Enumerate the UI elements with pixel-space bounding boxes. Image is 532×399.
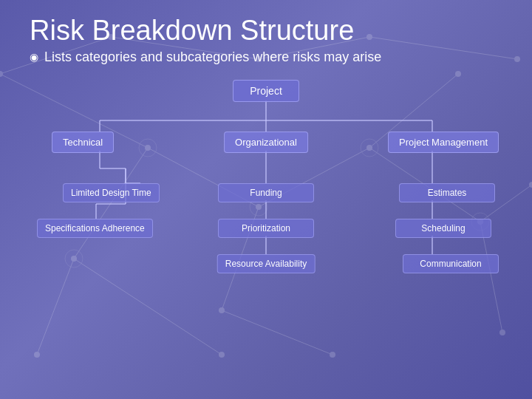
node-scheduling: Scheduling	[395, 219, 491, 238]
svg-point-24	[34, 352, 40, 358]
node-project-management: Project Management	[388, 132, 499, 153]
page-title: Risk Breakdown Structure	[30, 15, 510, 47]
node-project: Project	[233, 80, 299, 102]
node-estimates: Estimates	[399, 183, 495, 202]
svg-point-19	[219, 352, 225, 358]
node-organizational: Organizational	[224, 132, 308, 153]
page-content: Risk Breakdown Structure ◉ Lists categor…	[0, 0, 532, 316]
tree-diagram: Project Technical Organizational Project…	[22, 80, 510, 309]
svg-point-26	[330, 352, 335, 358]
node-limited-design-time: Limited Design Time	[63, 183, 160, 202]
node-communication: Communication	[403, 254, 499, 273]
svg-point-27	[499, 330, 505, 335]
node-technical: Technical	[52, 132, 114, 153]
subtitle: ◉ Lists categories and subcategories whe…	[30, 50, 510, 65]
node-funding: Funding	[218, 183, 314, 202]
bullet-icon: ◉	[30, 51, 38, 63]
svg-line-10	[222, 310, 332, 355]
node-specifications-adherence: Specifications Adherence	[37, 219, 153, 238]
subtitle-text: Lists categories and subcategories where…	[44, 50, 381, 65]
node-resource-availability: Resource Availability	[217, 254, 316, 273]
node-prioritization: Prioritization	[218, 219, 314, 238]
